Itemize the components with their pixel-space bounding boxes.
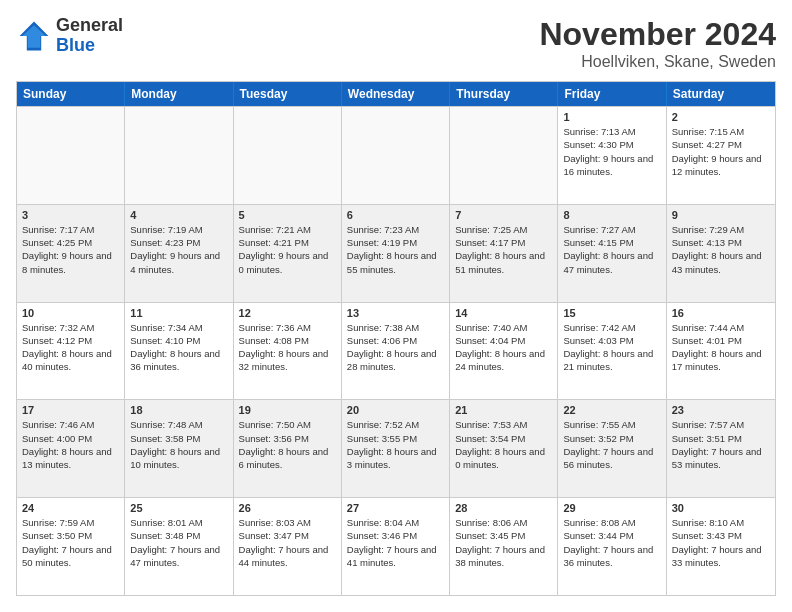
day-number-19: 19 — [239, 404, 336, 416]
day-number-12: 12 — [239, 307, 336, 319]
day-number-1: 1 — [563, 111, 660, 123]
day-cell-6: 6Sunrise: 7:23 AM Sunset: 4:19 PM Daylig… — [342, 205, 450, 302]
logo-blue: Blue — [56, 36, 123, 56]
day-cell-1: 1Sunrise: 7:13 AM Sunset: 4:30 PM Daylig… — [558, 107, 666, 204]
day-info-22: Sunrise: 7:55 AM Sunset: 3:52 PM Dayligh… — [563, 418, 660, 471]
day-cell-4: 4Sunrise: 7:19 AM Sunset: 4:23 PM Daylig… — [125, 205, 233, 302]
empty-cell-0-0 — [17, 107, 125, 204]
day-cell-15: 15Sunrise: 7:42 AM Sunset: 4:03 PM Dayli… — [558, 303, 666, 400]
day-cell-23: 23Sunrise: 7:57 AM Sunset: 3:51 PM Dayli… — [667, 400, 775, 497]
day-number-8: 8 — [563, 209, 660, 221]
day-cell-26: 26Sunrise: 8:03 AM Sunset: 3:47 PM Dayli… — [234, 498, 342, 595]
day-cell-28: 28Sunrise: 8:06 AM Sunset: 3:45 PM Dayli… — [450, 498, 558, 595]
day-info-14: Sunrise: 7:40 AM Sunset: 4:04 PM Dayligh… — [455, 321, 552, 374]
day-info-29: Sunrise: 8:08 AM Sunset: 3:44 PM Dayligh… — [563, 516, 660, 569]
day-number-3: 3 — [22, 209, 119, 221]
day-info-19: Sunrise: 7:50 AM Sunset: 3:56 PM Dayligh… — [239, 418, 336, 471]
day-cell-18: 18Sunrise: 7:48 AM Sunset: 3:58 PM Dayli… — [125, 400, 233, 497]
day-cell-20: 20Sunrise: 7:52 AM Sunset: 3:55 PM Dayli… — [342, 400, 450, 497]
day-info-8: Sunrise: 7:27 AM Sunset: 4:15 PM Dayligh… — [563, 223, 660, 276]
day-info-25: Sunrise: 8:01 AM Sunset: 3:48 PM Dayligh… — [130, 516, 227, 569]
logo-general: General — [56, 16, 123, 36]
day-cell-5: 5Sunrise: 7:21 AM Sunset: 4:21 PM Daylig… — [234, 205, 342, 302]
calendar: Sunday Monday Tuesday Wednesday Thursday… — [16, 81, 776, 596]
month-title: November 2024 — [539, 16, 776, 53]
day-cell-27: 27Sunrise: 8:04 AM Sunset: 3:46 PM Dayli… — [342, 498, 450, 595]
day-number-5: 5 — [239, 209, 336, 221]
day-number-21: 21 — [455, 404, 552, 416]
day-number-15: 15 — [563, 307, 660, 319]
day-cell-21: 21Sunrise: 7:53 AM Sunset: 3:54 PM Dayli… — [450, 400, 558, 497]
day-number-25: 25 — [130, 502, 227, 514]
day-info-3: Sunrise: 7:17 AM Sunset: 4:25 PM Dayligh… — [22, 223, 119, 276]
empty-cell-0-1 — [125, 107, 233, 204]
day-info-26: Sunrise: 8:03 AM Sunset: 3:47 PM Dayligh… — [239, 516, 336, 569]
location: Hoellviken, Skane, Sweden — [539, 53, 776, 71]
day-info-5: Sunrise: 7:21 AM Sunset: 4:21 PM Dayligh… — [239, 223, 336, 276]
day-cell-30: 30Sunrise: 8:10 AM Sunset: 3:43 PM Dayli… — [667, 498, 775, 595]
day-number-24: 24 — [22, 502, 119, 514]
day-number-17: 17 — [22, 404, 119, 416]
cal-row-1: 3Sunrise: 7:17 AM Sunset: 4:25 PM Daylig… — [17, 204, 775, 302]
day-info-16: Sunrise: 7:44 AM Sunset: 4:01 PM Dayligh… — [672, 321, 770, 374]
day-info-12: Sunrise: 7:36 AM Sunset: 4:08 PM Dayligh… — [239, 321, 336, 374]
day-number-26: 26 — [239, 502, 336, 514]
day-number-16: 16 — [672, 307, 770, 319]
svg-marker-1 — [22, 25, 45, 48]
day-number-13: 13 — [347, 307, 444, 319]
day-number-23: 23 — [672, 404, 770, 416]
calendar-header: Sunday Monday Tuesday Wednesday Thursday… — [17, 82, 775, 106]
day-cell-13: 13Sunrise: 7:38 AM Sunset: 4:06 PM Dayli… — [342, 303, 450, 400]
day-info-17: Sunrise: 7:46 AM Sunset: 4:00 PM Dayligh… — [22, 418, 119, 471]
cal-row-0: 1Sunrise: 7:13 AM Sunset: 4:30 PM Daylig… — [17, 106, 775, 204]
weekday-sunday: Sunday — [17, 82, 125, 106]
logo: General Blue — [16, 16, 123, 56]
weekday-tuesday: Tuesday — [234, 82, 342, 106]
day-number-10: 10 — [22, 307, 119, 319]
day-number-22: 22 — [563, 404, 660, 416]
day-number-6: 6 — [347, 209, 444, 221]
weekday-wednesday: Wednesday — [342, 82, 450, 106]
day-number-9: 9 — [672, 209, 770, 221]
day-number-29: 29 — [563, 502, 660, 514]
weekday-friday: Friday — [558, 82, 666, 106]
day-number-11: 11 — [130, 307, 227, 319]
cal-row-3: 17Sunrise: 7:46 AM Sunset: 4:00 PM Dayli… — [17, 399, 775, 497]
day-info-30: Sunrise: 8:10 AM Sunset: 3:43 PM Dayligh… — [672, 516, 770, 569]
day-info-13: Sunrise: 7:38 AM Sunset: 4:06 PM Dayligh… — [347, 321, 444, 374]
day-info-11: Sunrise: 7:34 AM Sunset: 4:10 PM Dayligh… — [130, 321, 227, 374]
day-cell-12: 12Sunrise: 7:36 AM Sunset: 4:08 PM Dayli… — [234, 303, 342, 400]
day-cell-8: 8Sunrise: 7:27 AM Sunset: 4:15 PM Daylig… — [558, 205, 666, 302]
day-info-4: Sunrise: 7:19 AM Sunset: 4:23 PM Dayligh… — [130, 223, 227, 276]
empty-cell-0-2 — [234, 107, 342, 204]
day-cell-25: 25Sunrise: 8:01 AM Sunset: 3:48 PM Dayli… — [125, 498, 233, 595]
logo-icon — [16, 18, 52, 54]
day-number-30: 30 — [672, 502, 770, 514]
day-info-6: Sunrise: 7:23 AM Sunset: 4:19 PM Dayligh… — [347, 223, 444, 276]
day-info-27: Sunrise: 8:04 AM Sunset: 3:46 PM Dayligh… — [347, 516, 444, 569]
day-cell-14: 14Sunrise: 7:40 AM Sunset: 4:04 PM Dayli… — [450, 303, 558, 400]
day-info-15: Sunrise: 7:42 AM Sunset: 4:03 PM Dayligh… — [563, 321, 660, 374]
logo-text: General Blue — [56, 16, 123, 56]
day-cell-17: 17Sunrise: 7:46 AM Sunset: 4:00 PM Dayli… — [17, 400, 125, 497]
title-block: November 2024 Hoellviken, Skane, Sweden — [539, 16, 776, 71]
day-info-1: Sunrise: 7:13 AM Sunset: 4:30 PM Dayligh… — [563, 125, 660, 178]
day-cell-2: 2Sunrise: 7:15 AM Sunset: 4:27 PM Daylig… — [667, 107, 775, 204]
empty-cell-0-3 — [342, 107, 450, 204]
day-cell-9: 9Sunrise: 7:29 AM Sunset: 4:13 PM Daylig… — [667, 205, 775, 302]
day-info-10: Sunrise: 7:32 AM Sunset: 4:12 PM Dayligh… — [22, 321, 119, 374]
day-cell-11: 11Sunrise: 7:34 AM Sunset: 4:10 PM Dayli… — [125, 303, 233, 400]
day-cell-24: 24Sunrise: 7:59 AM Sunset: 3:50 PM Dayli… — [17, 498, 125, 595]
empty-cell-0-4 — [450, 107, 558, 204]
cal-row-2: 10Sunrise: 7:32 AM Sunset: 4:12 PM Dayli… — [17, 302, 775, 400]
weekday-saturday: Saturday — [667, 82, 775, 106]
day-number-20: 20 — [347, 404, 444, 416]
day-number-18: 18 — [130, 404, 227, 416]
day-info-7: Sunrise: 7:25 AM Sunset: 4:17 PM Dayligh… — [455, 223, 552, 276]
day-cell-16: 16Sunrise: 7:44 AM Sunset: 4:01 PM Dayli… — [667, 303, 775, 400]
day-cell-3: 3Sunrise: 7:17 AM Sunset: 4:25 PM Daylig… — [17, 205, 125, 302]
day-info-2: Sunrise: 7:15 AM Sunset: 4:27 PM Dayligh… — [672, 125, 770, 178]
weekday-thursday: Thursday — [450, 82, 558, 106]
day-info-20: Sunrise: 7:52 AM Sunset: 3:55 PM Dayligh… — [347, 418, 444, 471]
day-number-7: 7 — [455, 209, 552, 221]
